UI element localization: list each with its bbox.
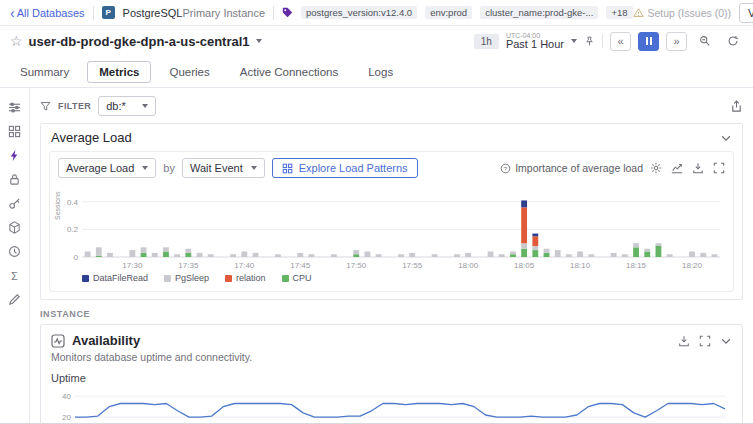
setup-label: Setup (Issues (0)) — [648, 7, 731, 19]
svg-text:18:00: 18:00 — [458, 261, 479, 270]
title-left: ☆ user-db-prod-gke-dpn-a-us-central1 — [10, 34, 262, 49]
legend-item[interactable]: DataFileRead — [82, 273, 148, 283]
db-filter-select[interactable]: db:* — [98, 96, 156, 116]
availability-pulse-icon — [51, 334, 65, 348]
topbar: ‹ All Databases P PostgreSQL Primary Ins… — [0, 0, 753, 26]
legend-item[interactable]: CPU — [282, 273, 312, 283]
db-filter-value: db:* — [106, 100, 126, 112]
svg-text:18:05: 18:05 — [514, 261, 535, 270]
tab-active-connections[interactable]: Active Connections — [228, 61, 350, 83]
postgresql-icon: P — [102, 6, 115, 19]
metric-select-value: Average Load — [66, 162, 134, 174]
instance-section-label: INSTANCE — [40, 309, 743, 319]
share-icon[interactable] — [730, 100, 743, 113]
filter-row: FILTER db:* — [40, 92, 743, 123]
svg-text:17:55: 17:55 — [402, 261, 423, 270]
legend-swatch — [282, 275, 289, 282]
legend-swatch — [225, 275, 232, 282]
explore-load-patterns-button[interactable]: Explore Load Patterns — [272, 158, 418, 178]
download-icon[interactable] — [692, 162, 704, 174]
svg-text:?: ? — [504, 165, 508, 171]
back-all-databases-link[interactable]: ‹ All Databases — [10, 6, 85, 20]
group-by-select[interactable]: Wait Event — [182, 158, 265, 178]
tag-pill[interactable]: cluster_name:prod-gke-... — [480, 6, 598, 19]
view-related-button[interactable]: View Related — [739, 3, 753, 23]
grid-icon[interactable] — [7, 124, 22, 139]
average-load-panel: Average Load by Wait Event Explore Load … — [49, 151, 734, 292]
chevron-down-icon[interactable] — [720, 132, 732, 144]
primary-instance-label: Primary Instance — [182, 7, 265, 19]
legend-item[interactable]: relation — [225, 273, 266, 283]
zoom-out-button[interactable] — [694, 32, 715, 51]
load-chart[interactable]: 00.20.417:3017:3517:4017:4517:5017:5518:… — [58, 182, 722, 270]
load-chart-ylabel: Sessions — [54, 192, 61, 220]
uptime-chart[interactable]: 204017:2517:3017:3517:4017:4517:5017:551… — [51, 386, 729, 424]
load-chart-wrap: Sessions 00.20.417:3017:3517:4017:4517:5… — [58, 182, 725, 270]
legend-item[interactable]: PgSleep — [164, 273, 209, 283]
chevron-down-icon[interactable] — [256, 39, 262, 43]
tab-metrics[interactable]: Metrics — [87, 61, 151, 83]
chevron-down-icon — [251, 166, 257, 170]
average-load-section: Average Load Average Load by Wait Event — [40, 123, 743, 300]
time-controls: 1h UTC-04:00 Past 1 Hour « » — [474, 32, 743, 51]
gear-icon[interactable] — [650, 162, 662, 174]
lock-icon[interactable] — [7, 172, 22, 187]
clock-icon[interactable] — [7, 244, 22, 259]
forecast-icon[interactable] — [671, 162, 683, 174]
svg-text:18:10: 18:10 — [570, 261, 591, 270]
svg-text:17:35: 17:35 — [178, 261, 199, 270]
svg-text:0: 0 — [74, 253, 79, 262]
download-icon[interactable] — [678, 335, 690, 347]
topbar-left: ‹ All Databases P PostgreSQL — [10, 6, 182, 20]
chevron-down-icon[interactable] — [571, 39, 577, 43]
availability-card: Availability Monitors datab — [40, 324, 743, 424]
uptime-label: Uptime — [51, 372, 732, 384]
pencil-icon[interactable] — [7, 292, 22, 307]
cube-icon[interactable] — [7, 220, 22, 235]
time-preset-badge[interactable]: 1h — [474, 34, 499, 49]
chevron-down-icon — [142, 166, 148, 170]
availability-subtitle: Monitors database uptime and connectivit… — [51, 351, 732, 363]
fullscreen-icon[interactable] — [713, 162, 725, 174]
bolt-icon[interactable] — [7, 148, 22, 163]
pin-icon[interactable] — [584, 36, 595, 47]
tabbar: Summary Metrics Queries Active Connectio… — [0, 56, 753, 88]
load-legend: DataFileReadPgSleeprelationCPU — [58, 270, 725, 285]
fullscreen-icon[interactable] — [699, 335, 711, 347]
svg-text:17:45: 17:45 — [290, 261, 311, 270]
key-icon[interactable] — [7, 196, 22, 211]
filter-label: FILTER — [58, 101, 91, 111]
tags-more-pill[interactable]: +18 — [606, 6, 632, 19]
importance-link[interactable]: ? Importance of average load — [500, 162, 643, 174]
svg-text:40: 40 — [62, 392, 71, 401]
tab-logs[interactable]: Logs — [356, 61, 405, 83]
refresh-button[interactable] — [722, 32, 743, 51]
legend-label: CPU — [293, 273, 312, 283]
importance-label: Importance of average load — [515, 162, 643, 174]
average-load-header[interactable]: Average Load — [41, 124, 742, 151]
skip-back-button[interactable]: « — [610, 32, 631, 51]
group-by-value: Wait Event — [190, 162, 243, 174]
tag-pill[interactable]: env:prod — [425, 6, 472, 19]
tag-pill[interactable]: postgres_version:v12.4.0 — [301, 6, 417, 19]
load-controls: Average Load by Wait Event Explore Load … — [58, 158, 725, 178]
setup-issues[interactable]: Setup (Issues (0)) — [633, 7, 731, 19]
grid-icon — [282, 163, 293, 174]
metric-select[interactable]: Average Load — [58, 158, 156, 178]
icon-rail: Σ — [0, 88, 30, 424]
tab-queries[interactable]: Queries — [157, 61, 221, 83]
chevron-down-icon — [142, 104, 148, 108]
skip-forward-button[interactable]: » — [666, 32, 687, 51]
time-range-picker[interactable]: UTC-04:00 Past 1 Hour — [506, 32, 564, 51]
dbm-screen: ‹ All Databases P PostgreSQL Primary Ins… — [0, 0, 753, 424]
by-label: by — [163, 162, 175, 174]
sigma-icon[interactable]: Σ — [7, 268, 22, 283]
funnel-icon — [40, 101, 51, 112]
chevron-down-icon[interactable] — [720, 335, 732, 347]
sliders-icon[interactable] — [7, 100, 22, 115]
topbar-right: Setup (Issues (0)) View Related — [633, 3, 753, 23]
titlebar: ☆ user-db-prod-gke-dpn-a-us-central1 1h … — [0, 26, 753, 56]
pause-button[interactable] — [638, 32, 659, 51]
star-icon[interactable]: ☆ — [10, 34, 23, 48]
tab-summary[interactable]: Summary — [8, 61, 81, 83]
